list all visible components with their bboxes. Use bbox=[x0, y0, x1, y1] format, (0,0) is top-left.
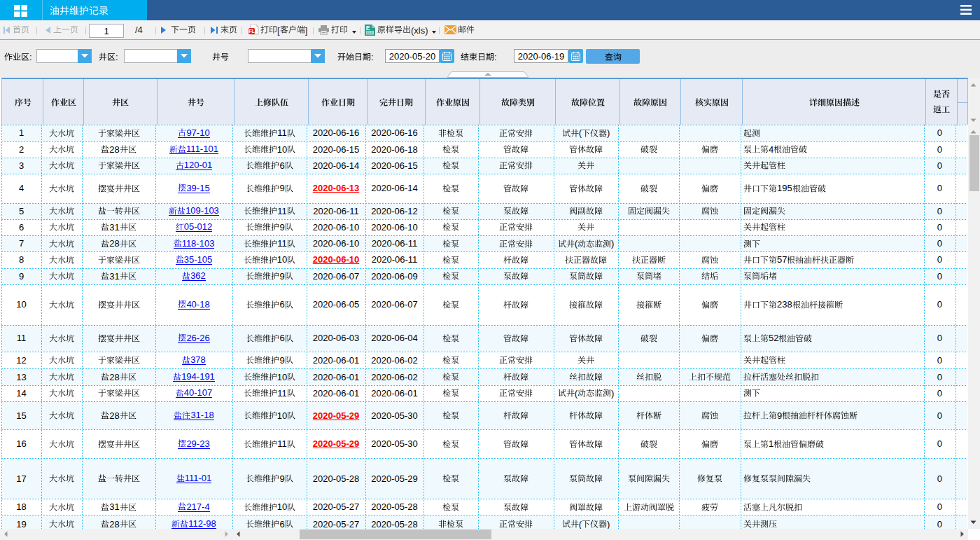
svg-text:FL: FL bbox=[248, 29, 255, 34]
svg-text:E: E bbox=[366, 25, 370, 32]
